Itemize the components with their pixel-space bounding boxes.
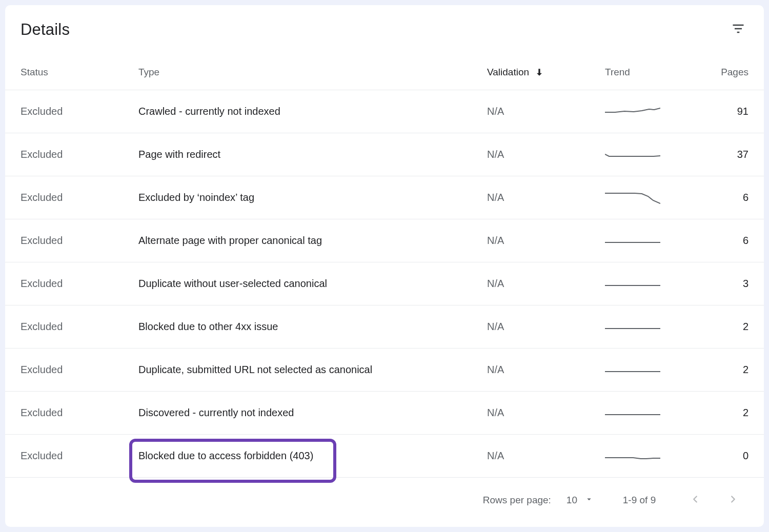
sparkline-icon xyxy=(605,273,660,292)
dropdown-icon xyxy=(584,495,594,506)
sparkline-icon xyxy=(605,230,660,249)
cell-type: Discovered - currently not indexed xyxy=(138,407,487,419)
cell-status: Excluded xyxy=(21,450,138,462)
cell-trend xyxy=(600,273,713,294)
card-header: Details xyxy=(5,5,764,54)
table-header: Status Type Validation Trend Pages xyxy=(5,54,764,90)
pagination-range: 1-9 of 9 xyxy=(616,495,662,506)
prev-page-button[interactable] xyxy=(685,490,705,510)
cell-status: Excluded xyxy=(21,321,138,333)
cell-pages: 2 xyxy=(713,321,748,333)
table-row[interactable]: ExcludedPage with redirectN/A37 xyxy=(5,133,764,176)
sort-arrow-down-icon xyxy=(534,67,544,77)
col-validation-label: Validation xyxy=(487,67,529,78)
col-type[interactable]: Type xyxy=(138,67,487,78)
cell-pages: 37 xyxy=(713,149,748,160)
cell-status: Excluded xyxy=(21,278,138,290)
filter-button[interactable] xyxy=(728,19,748,40)
cell-status: Excluded xyxy=(21,192,138,203)
rows-per-page-label: Rows per page: xyxy=(483,495,551,506)
pagination-nav xyxy=(685,490,743,510)
chevron-right-icon xyxy=(727,494,739,507)
cell-validation: N/A xyxy=(487,278,600,290)
cell-status: Excluded xyxy=(21,364,138,376)
cell-type: Duplicate without user-selected canonica… xyxy=(138,278,487,290)
cell-type: Blocked due to access forbidden (403) xyxy=(138,450,487,462)
cell-status: Excluded xyxy=(21,407,138,419)
col-trend[interactable]: Trend xyxy=(600,67,713,78)
cell-type: Crawled - currently not indexed xyxy=(138,106,487,117)
details-card: Details Status Type Validation Trend Pag… xyxy=(5,5,764,527)
cell-pages: 91 xyxy=(713,106,748,117)
cell-trend xyxy=(600,402,713,423)
table-row[interactable]: ExcludedDuplicate, submitted URL not sel… xyxy=(5,349,764,392)
rows-per-page-select[interactable]: 10 xyxy=(566,495,594,506)
sparkline-icon xyxy=(605,316,660,335)
cell-pages: 2 xyxy=(713,364,748,376)
highlight-box xyxy=(129,439,336,483)
cell-validation: N/A xyxy=(487,321,600,333)
cell-type: Excluded by ‘noindex’ tag xyxy=(138,192,487,203)
cell-validation: N/A xyxy=(487,450,600,462)
cell-validation: N/A xyxy=(487,149,600,160)
table-row[interactable]: ExcludedDiscovered - currently not index… xyxy=(5,392,764,435)
col-status[interactable]: Status xyxy=(21,67,138,78)
cell-type: Blocked due to other 4xx issue xyxy=(138,321,487,333)
details-table: Status Type Validation Trend Pages Exclu… xyxy=(5,54,764,478)
cell-pages: 6 xyxy=(713,192,748,203)
table-row[interactable]: ExcludedCrawled - currently not indexedN… xyxy=(5,90,764,133)
pagination-bar: Rows per page: 10 1-9 of 9 xyxy=(5,478,764,510)
page-title: Details xyxy=(21,21,70,39)
cell-pages: 0 xyxy=(713,450,748,462)
cell-type: Alternate page with proper canonical tag xyxy=(138,235,487,247)
cell-status: Excluded xyxy=(21,106,138,117)
cell-trend xyxy=(600,101,713,122)
cell-validation: N/A xyxy=(487,364,600,376)
filter-icon xyxy=(731,22,745,38)
sparkline-icon xyxy=(605,101,660,119)
table-row[interactable]: ExcludedExcluded by ‘noindex’ tagN/A6 xyxy=(5,176,764,219)
table-body: ExcludedCrawled - currently not indexedN… xyxy=(5,90,764,478)
sparkline-icon xyxy=(605,359,660,378)
cell-pages: 2 xyxy=(713,407,748,419)
cell-trend xyxy=(600,187,713,208)
cell-pages: 6 xyxy=(713,235,748,247)
cell-type: Duplicate, submitted URL not selected as… xyxy=(138,364,487,376)
cell-type: Page with redirect xyxy=(138,149,487,160)
sparkline-icon xyxy=(605,402,660,421)
col-pages[interactable]: Pages xyxy=(713,67,748,78)
sparkline-icon xyxy=(605,445,660,464)
cell-validation: N/A xyxy=(487,407,600,419)
table-row[interactable]: ExcludedBlocked due to other 4xx issueN/… xyxy=(5,305,764,349)
chevron-left-icon xyxy=(690,494,701,507)
sparkline-icon xyxy=(605,187,660,206)
cell-trend xyxy=(600,359,713,380)
cell-validation: N/A xyxy=(487,192,600,203)
cell-pages: 3 xyxy=(713,278,748,290)
cell-trend xyxy=(600,316,713,337)
cell-trend xyxy=(600,144,713,165)
rows-per-page: Rows per page: 10 xyxy=(483,495,594,506)
cell-status: Excluded xyxy=(21,235,138,247)
col-validation[interactable]: Validation xyxy=(487,67,600,78)
next-page-button[interactable] xyxy=(723,490,743,510)
sparkline-icon xyxy=(605,144,660,162)
table-row[interactable]: ExcludedAlternate page with proper canon… xyxy=(5,219,764,262)
cell-status: Excluded xyxy=(21,149,138,160)
cell-validation: N/A xyxy=(487,235,600,247)
table-row[interactable]: ExcludedDuplicate without user-selected … xyxy=(5,262,764,305)
table-row[interactable]: ExcludedBlocked due to access forbidden … xyxy=(5,435,764,478)
rows-per-page-value: 10 xyxy=(566,495,577,506)
cell-trend xyxy=(600,445,713,466)
cell-trend xyxy=(600,230,713,251)
cell-validation: N/A xyxy=(487,106,600,117)
